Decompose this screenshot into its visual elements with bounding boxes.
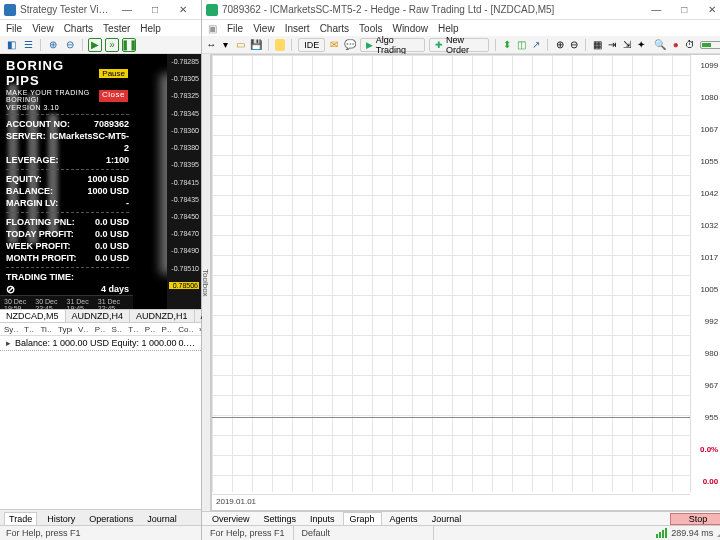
chart-viewport[interactable]: 1099 1080 1067 1055 1042 1032 1017 1005 …: [211, 54, 720, 511]
chat-icon[interactable]: 💬: [344, 39, 356, 51]
time-axis: 30 Dec 19:59 30 Dec 23:45 31 Dec 19:45 3…: [0, 295, 133, 309]
menu-file[interactable]: File: [6, 23, 22, 34]
tab-operations[interactable]: Operations: [85, 513, 137, 525]
chart-grid: [212, 55, 690, 492]
price-tick: 1055: [693, 157, 718, 166]
search-icon[interactable]: 🔍: [654, 39, 666, 51]
trade-list-empty: [0, 351, 201, 509]
col-t2[interactable]: T…: [128, 325, 138, 334]
col-scroll-icon[interactable]: ›: [199, 325, 201, 334]
col-s[interactable]: S…: [111, 325, 122, 334]
tab-history[interactable]: History: [43, 513, 79, 525]
chart-candles-icon[interactable]: ◫: [516, 39, 527, 51]
chart-bars-icon[interactable]: ⬍: [502, 39, 513, 51]
pause-icon[interactable]: ❚❚: [122, 38, 136, 52]
col-ti[interactable]: Ti…: [40, 325, 52, 334]
value-leverage: 1:100: [106, 154, 129, 166]
col-co[interactable]: Co…: [178, 325, 193, 334]
col-p2[interactable]: P…: [145, 325, 156, 334]
value-account: 7089362: [94, 118, 129, 130]
folder-icon[interactable]: ▭: [235, 39, 246, 51]
toolbox-tab[interactable]: Toolbox: [202, 54, 211, 511]
close-ea-button[interactable]: Close: [98, 89, 129, 103]
menu-view[interactable]: View: [32, 23, 54, 34]
new-order-button[interactable]: ✚New Order: [429, 38, 489, 52]
nav-back-icon[interactable]: ↔: [206, 39, 217, 51]
minimize-button[interactable]: —: [113, 2, 141, 18]
ide-button[interactable]: IDE: [298, 38, 325, 52]
tab-trade[interactable]: Trade: [4, 512, 37, 525]
col-sy[interactable]: Sy…: [4, 325, 18, 334]
autoscroll-icon[interactable]: ⇲: [621, 39, 632, 51]
zoom-in-icon[interactable]: ⊕: [46, 38, 60, 52]
menu-charts[interactable]: Charts: [320, 23, 349, 34]
trade-columns: Sy… T… Ti… Type V… P… S… T… P… P… Co… ›: [0, 323, 201, 336]
tab-audnzd-h1[interactable]: AUDNZD,H1: [130, 310, 195, 322]
zoom-in-icon[interactable]: ⊕: [554, 39, 565, 51]
maximize-button[interactable]: □: [670, 2, 698, 18]
tab-settings[interactable]: Settings: [258, 513, 303, 525]
indicators-icon[interactable]: ✦: [636, 39, 647, 51]
tab-audnzd-h4[interactable]: AUDNZD,H4: [66, 310, 131, 322]
time-tick: 30 Dec 19:59: [4, 298, 35, 307]
timeframe-icon[interactable]: ⏱: [685, 39, 696, 51]
time-tick: 31 Dec 23:45: [98, 298, 129, 307]
menu-help[interactable]: Help: [438, 23, 459, 34]
zoom-out-icon[interactable]: ⊖: [569, 39, 580, 51]
menu-file[interactable]: File: [227, 23, 243, 34]
price-tick: 955: [693, 413, 718, 422]
value-float: 0.0 USD: [95, 216, 129, 228]
stop-button[interactable]: Stop: [670, 513, 720, 525]
tab-graph[interactable]: Graph: [343, 512, 382, 525]
play-icon[interactable]: ▶: [88, 38, 102, 52]
menu-tools[interactable]: Tools: [359, 23, 382, 34]
fast-forward-icon[interactable]: »: [105, 38, 119, 52]
menu-charts[interactable]: Charts: [64, 23, 93, 34]
tab-agents[interactable]: Agents: [384, 513, 424, 525]
tab-overview[interactable]: Overview: [206, 513, 256, 525]
menu-insert[interactable]: Insert: [285, 23, 310, 34]
market-watch-icon[interactable]: [275, 39, 286, 51]
col-v[interactable]: V…: [78, 325, 89, 334]
mail-icon[interactable]: ✉: [329, 39, 340, 51]
tab-journal[interactable]: Journal: [426, 513, 468, 525]
maximize-button[interactable]: □: [141, 2, 169, 18]
tab-journal[interactable]: Journal: [143, 513, 181, 525]
restore-icon[interactable]: ▣: [208, 23, 217, 34]
connection-status[interactable]: 289.94 ms ◢: [650, 528, 720, 538]
save-icon[interactable]: 💾: [250, 39, 262, 51]
balance-text: Balance: 1 000.00 USD Equity: 1 000.00: [15, 338, 177, 348]
mt5-icon: [206, 4, 218, 16]
col-t[interactable]: T…: [24, 325, 34, 334]
tab-inputs[interactable]: Inputs: [304, 513, 341, 525]
chart-line-icon[interactable]: ↗: [531, 39, 542, 51]
algo-trading-button[interactable]: ▶Algo Trading: [360, 38, 425, 52]
label-float: FLOATING PNL:: [6, 216, 75, 228]
dropdown-icon[interactable]: ▾: [221, 39, 232, 51]
zoom-out-icon[interactable]: ⊖: [63, 38, 77, 52]
close-button[interactable]: ✕: [698, 2, 720, 18]
price-tick: 967: [693, 381, 718, 390]
tab-nzdcad-m5[interactable]: NZDCAD,M5: [0, 310, 66, 322]
tile-icon[interactable]: ▦: [592, 39, 603, 51]
shift-icon[interactable]: ⇥: [607, 39, 618, 51]
menu-window[interactable]: Window: [392, 23, 428, 34]
menu-help[interactable]: Help: [140, 23, 161, 34]
chart-canvas[interactable]: BORING PIPS Pause MAKE YOUR TRADING BORI…: [0, 54, 167, 309]
alert-icon[interactable]: ●: [670, 39, 681, 51]
menu-tester[interactable]: Tester: [103, 23, 130, 34]
ea-title: BORING PIPS: [6, 58, 98, 88]
label-leverage: LEVERAGE:: [6, 154, 59, 166]
col-p[interactable]: P…: [95, 325, 106, 334]
minimize-button[interactable]: —: [642, 2, 670, 18]
bars-icon[interactable]: ☰: [21, 38, 35, 52]
candles-icon[interactable]: ◧: [4, 38, 18, 52]
status-profile[interactable]: Default: [294, 526, 434, 540]
col-p3[interactable]: P…: [161, 325, 172, 334]
col-type[interactable]: Type: [58, 325, 72, 334]
pause-ea-button[interactable]: Pause: [98, 68, 129, 79]
close-button[interactable]: ✕: [169, 2, 197, 18]
collapse-icon[interactable]: ▸: [6, 338, 11, 348]
price-tick: -0.78395: [169, 161, 199, 168]
menu-view[interactable]: View: [253, 23, 275, 34]
